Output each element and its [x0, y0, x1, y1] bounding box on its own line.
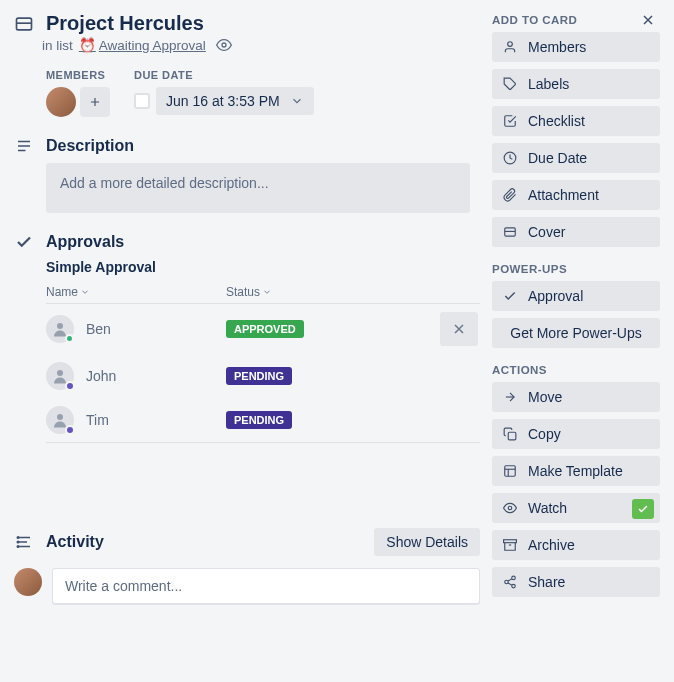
cover-icon	[502, 225, 518, 239]
eye-icon	[502, 501, 518, 515]
person-icon	[46, 406, 74, 434]
svg-line-32	[508, 579, 512, 581]
svg-point-14	[17, 546, 19, 548]
add-member-button[interactable]	[80, 87, 110, 117]
approver-name: Tim	[86, 412, 109, 428]
status-badge: APPROVED	[226, 320, 304, 338]
due-date-side-button[interactable]: Due Date	[492, 143, 660, 173]
members-icon	[502, 40, 518, 54]
chevron-down-icon	[290, 94, 304, 108]
cover-button[interactable]: Cover	[492, 217, 660, 247]
show-details-button[interactable]: Show Details	[374, 528, 480, 556]
members-label: MEMBERS	[46, 69, 110, 81]
approvals-title: Approvals	[46, 233, 124, 251]
archive-button[interactable]: Archive	[492, 530, 660, 560]
due-date-label: DUE DATE	[134, 69, 314, 81]
members-button[interactable]: Members	[492, 32, 660, 62]
svg-point-12	[17, 537, 19, 539]
list-link[interactable]: ⏰ Awaiting Approval	[79, 37, 206, 53]
current-user-avatar[interactable]	[14, 568, 42, 596]
svg-point-8	[57, 414, 63, 420]
approval-row: TimPENDING	[46, 398, 480, 442]
copy-icon	[502, 427, 518, 441]
status-badge: PENDING	[226, 367, 292, 385]
template-icon	[502, 464, 518, 478]
eye-icon	[216, 37, 232, 53]
status-badge: PENDING	[226, 411, 292, 429]
svg-line-31	[508, 583, 512, 585]
attachment-icon	[502, 188, 518, 202]
plus-icon	[88, 95, 102, 109]
approvals-table-head: Name Status	[46, 281, 480, 304]
approver-name: John	[86, 368, 116, 384]
close-button[interactable]	[636, 8, 660, 32]
due-date-block: DUE DATE Jun 16 at 3:53 PM	[134, 69, 314, 117]
svg-point-30	[512, 584, 516, 588]
label-icon	[502, 77, 518, 91]
share-icon	[502, 575, 518, 589]
svg-rect-21	[508, 432, 516, 440]
due-date-button[interactable]: Jun 16 at 3:53 PM	[156, 87, 314, 115]
alarm-icon: ⏰	[79, 37, 96, 53]
archive-icon	[502, 538, 518, 552]
arrow-right-icon	[502, 390, 518, 404]
remove-approver-button[interactable]	[440, 312, 478, 346]
svg-point-13	[17, 541, 19, 543]
svg-point-29	[505, 580, 509, 584]
svg-point-25	[508, 506, 512, 510]
description-input[interactable]: Add a more detailed description...	[46, 163, 470, 213]
actions-heading: ACTIONS	[492, 364, 660, 376]
comment-input[interactable]: Write a comment...	[52, 568, 480, 604]
card-title[interactable]: Project Hercules	[46, 12, 204, 35]
approver-name: Ben	[86, 321, 111, 337]
watching-check-icon	[632, 499, 654, 519]
svg-rect-22	[505, 466, 516, 477]
svg-point-6	[57, 323, 63, 329]
sort-icon	[80, 287, 90, 297]
svg-point-2	[222, 43, 226, 47]
make-template-button[interactable]: Make Template	[492, 456, 660, 486]
move-button[interactable]: Move	[492, 382, 660, 412]
approval-row: BenAPPROVED	[46, 304, 480, 354]
description-icon	[14, 137, 34, 155]
check-icon	[502, 289, 518, 303]
approvals-icon	[14, 233, 34, 251]
description-title: Description	[46, 137, 134, 155]
activity-icon	[14, 533, 34, 551]
labels-button[interactable]: Labels	[492, 69, 660, 99]
get-more-powerups-button[interactable]: Get More Power-Ups	[492, 318, 660, 348]
svg-rect-26	[504, 540, 517, 543]
person-icon	[46, 315, 74, 343]
clock-icon	[502, 151, 518, 165]
svg-point-28	[512, 576, 516, 580]
card-icon	[14, 14, 34, 34]
approvals-subtitle: Simple Approval	[46, 259, 480, 275]
svg-point-15	[508, 42, 513, 47]
sort-icon	[262, 287, 272, 297]
due-complete-checkbox[interactable]	[134, 93, 150, 109]
checklist-button[interactable]: Checklist	[492, 106, 660, 136]
member-avatar[interactable]	[46, 87, 76, 117]
members-block: MEMBERS	[46, 69, 110, 117]
approval-powerup-button[interactable]: Approval	[492, 281, 660, 311]
add-to-card-heading: ADD TO CARD	[492, 14, 660, 26]
share-button[interactable]: Share	[492, 567, 660, 597]
approval-row: JohnPENDING	[46, 354, 480, 398]
watch-button[interactable]: Watch	[492, 493, 660, 523]
attachment-button[interactable]: Attachment	[492, 180, 660, 210]
powerups-heading: POWER-UPS	[492, 263, 660, 275]
copy-button[interactable]: Copy	[492, 419, 660, 449]
checklist-icon	[502, 114, 518, 128]
svg-point-7	[57, 370, 63, 376]
close-icon	[640, 12, 656, 28]
activity-title: Activity	[46, 533, 104, 551]
person-icon	[46, 362, 74, 390]
in-list-prefix: in list	[42, 38, 73, 53]
